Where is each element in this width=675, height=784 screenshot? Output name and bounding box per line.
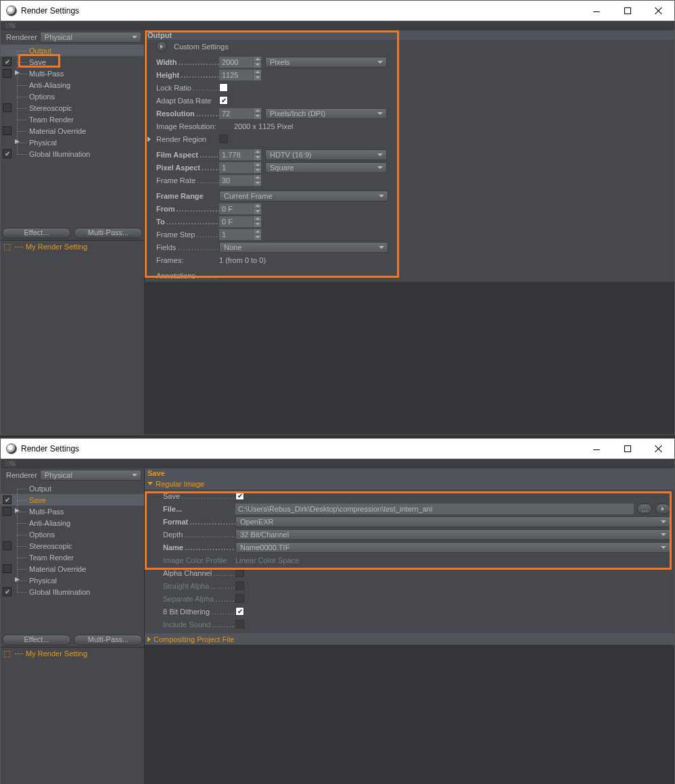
tree-checkbox-save[interactable] [3,57,11,66]
width-unit-dropdown[interactable]: Pixels [265,57,387,68]
file-options-button[interactable] [655,504,670,514]
alpha-checkbox[interactable] [235,568,244,577]
preset-label: Custom Settings [174,43,229,51]
name-format-dropdown[interactable]: Name0000.TIF [235,542,670,553]
film-aspect-spinner[interactable] [253,149,261,160]
height-spinner[interactable] [253,70,261,80]
format-label: Format [163,518,235,526]
tree-item-output[interactable]: Output [1,45,144,56]
effect-button[interactable]: Effect... [2,228,71,239]
tree-item-stereo[interactable]: Stereoscopic [1,540,144,552]
tree-label-teamrender: Team Render [29,116,74,124]
expander-physical[interactable] [15,577,20,582]
render-setting-name-row[interactable]: ⬚ My Render Setting [1,647,144,660]
minimize-button[interactable] [581,439,612,459]
pixel-aspect-spinner[interactable] [253,162,261,173]
maximize-button[interactable] [612,1,643,21]
tree-checkbox-matoverride[interactable] [3,564,11,573]
compositing-section-header[interactable]: Compositing Project File [145,633,674,645]
resolution-spinner[interactable] [253,108,261,119]
minimize-button[interactable] [581,1,612,21]
tree-item-save[interactable]: Save [1,494,144,506]
regular-image-section-header[interactable]: Regular Image [145,478,674,489]
adapt-data-rate-checkbox[interactable] [219,96,228,105]
render-setting-icon: ⬚ [3,242,11,251]
preset-button[interactable] [156,41,167,52]
tree-item-save[interactable]: Save [1,56,144,68]
dither-checkbox[interactable] [235,607,244,616]
tree-item-gi[interactable]: Global Illumination [1,148,144,160]
tree-item-antialias[interactable]: Anti-Aliasing [1,79,144,91]
render-region-label: Render Region [156,135,219,143]
frame-step-spinner[interactable] [253,229,261,240]
render-setting-name-row[interactable]: ⬚ My Render Setting [1,240,144,253]
tree-item-options[interactable]: Options [1,91,144,102]
render-region-checkbox[interactable] [219,134,228,143]
multipass-button[interactable]: Multi-Pass... [74,228,143,239]
maximize-button[interactable] [612,439,643,459]
tree-item-stereo[interactable]: Stereoscopic [1,102,144,114]
tree-checkbox-stereo[interactable] [3,541,11,550]
gripbar[interactable] [1,21,674,30]
alpha-label: Alpha Channel [163,569,235,577]
browse-button[interactable]: ... [637,504,652,514]
width-spinner[interactable] [253,57,261,68]
gripbar[interactable] [1,459,674,468]
frame-range-dropdown[interactable]: Current Frame [219,191,388,201]
tree-checkbox-multipass[interactable] [3,69,11,78]
expander-multipass[interactable] [15,70,20,75]
tree-item-options[interactable]: Options [1,529,144,540]
tree-item-multipass[interactable]: Multi-Pass [1,506,144,517]
tree-item-output[interactable]: Output [1,483,144,494]
expander-physical[interactable] [15,139,20,144]
tree-item-physical[interactable]: Physical [1,137,144,148]
tree-label-antialias: Anti-Aliasing [29,519,70,527]
from-spinner[interactable] [253,203,261,214]
expander-multipass[interactable] [15,508,20,513]
tree-label-output: Output [29,485,51,493]
tree-checkbox-gi[interactable] [3,587,11,596]
tree-checkbox-gi[interactable] [3,149,11,158]
tree-item-physical[interactable]: Physical [1,574,144,586]
frame-rate-spinner[interactable] [253,175,261,186]
tree-checkbox-save[interactable] [3,495,11,504]
tree-checkbox-stereo[interactable] [3,103,11,112]
canvas-area [145,645,674,784]
format-dropdown[interactable]: OpenEXR [235,516,670,527]
straight-alpha-label: Straight Alpha [163,582,235,590]
tree-label-matoverride: Material Override [29,127,86,135]
tree-item-teamrender[interactable]: Team Render [1,114,144,125]
tree-item-gi[interactable]: Global Illumination [1,586,144,597]
film-aspect-preset-dropdown[interactable]: HDTV (16:9) [265,149,387,160]
tree-checkbox-multipass[interactable] [3,507,11,516]
tree-label-matoverride: Material Override [29,565,86,573]
separate-alpha-label: Separate Alpha [163,595,235,603]
save-label: Save [163,492,235,500]
multipass-button[interactable]: Multi-Pass... [74,635,143,645]
image-resolution-label: Image Resolution: [156,122,234,130]
lock-ratio-checkbox[interactable] [219,83,228,92]
save-panel: Save Regular Image Save File... ... Form… [145,468,674,784]
save-checkbox[interactable] [235,491,244,500]
resolution-unit-dropdown[interactable]: Pixels/Inch (DPI) [265,108,387,119]
renderer-dropdown[interactable]: Physical [40,470,141,481]
titlebar[interactable]: Render Settings [1,1,674,21]
renderer-dropdown[interactable]: Physical [40,32,141,43]
tree-item-teamrender[interactable]: Team Render [1,552,144,563]
pixel-aspect-preset-dropdown[interactable]: Square [265,162,387,173]
file-path-input[interactable] [235,504,634,514]
close-button[interactable] [643,1,674,21]
tree-item-matoverride[interactable]: Material Override [1,563,144,574]
depth-dropdown[interactable]: 32 Bit/Channel [235,529,670,540]
close-button[interactable] [643,439,674,459]
tree-item-antialias[interactable]: Anti-Aliasing [1,517,144,529]
fields-dropdown[interactable]: None [219,242,388,253]
render-settings-window-output: Render Settings Renderer Physical Output… [0,0,675,435]
tree-checkbox-matoverride[interactable] [3,126,11,135]
effect-button[interactable]: Effect... [2,635,71,645]
tree-item-matoverride[interactable]: Material Override [1,125,144,137]
titlebar[interactable]: Render Settings [1,439,674,459]
to-spinner[interactable] [253,216,261,227]
tree-item-multipass[interactable]: Multi-Pass [1,68,144,79]
render-region-expander[interactable] [147,137,151,142]
